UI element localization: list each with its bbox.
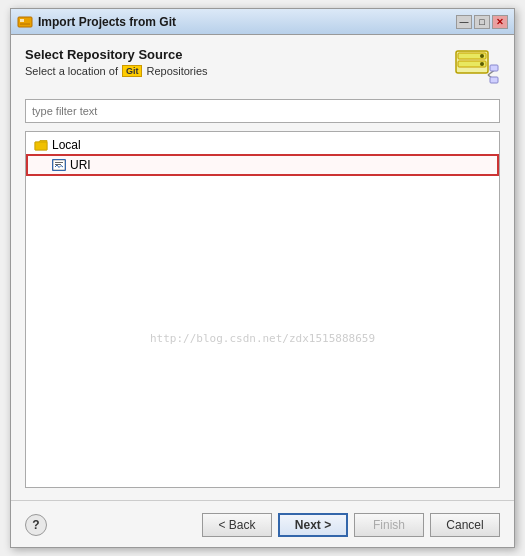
subtitle-prefix: Select a location of [25, 65, 118, 77]
git-title-icon [17, 14, 33, 30]
footer-divider [11, 500, 514, 501]
title-bar: Import Projects from Git — □ ✕ [11, 9, 514, 35]
svg-rect-10 [490, 77, 498, 83]
header-section: Select Repository Source Select a locati… [25, 47, 500, 87]
footer-left: ? [25, 514, 196, 536]
subtitle-suffix: Repositories [146, 65, 207, 77]
folder-icon [34, 139, 48, 151]
finish-button[interactable]: Finish [354, 513, 424, 537]
svg-rect-12 [35, 142, 47, 150]
local-label: Local [52, 138, 81, 152]
footer: ? < Back Next > Finish Cancel [11, 507, 514, 547]
uri-icon [52, 159, 66, 171]
header-icon-area [452, 47, 500, 87]
tree-container: Local URI [25, 131, 500, 488]
repository-icon [452, 47, 500, 89]
svg-rect-1 [20, 19, 24, 22]
title-buttons: — □ ✕ [456, 15, 508, 29]
help-button[interactable]: ? [25, 514, 47, 536]
header-subtitle: Select a location of Git Repositories [25, 65, 452, 77]
filter-input[interactable] [25, 99, 500, 123]
svg-point-6 [480, 54, 484, 58]
maximize-button[interactable]: □ [474, 15, 490, 29]
dialog-content: Select Repository Source Select a locati… [11, 35, 514, 500]
tree-item-local[interactable]: Local [26, 136, 499, 154]
window-title: Import Projects from Git [38, 15, 176, 29]
tree-wrapper: Local URI http://blog.csdn.net/zdx151588… [25, 131, 500, 488]
tree-item-uri[interactable]: URI [26, 154, 499, 176]
svg-point-7 [480, 62, 484, 66]
header-title: Select Repository Source [25, 47, 452, 62]
back-button[interactable]: < Back [202, 513, 272, 537]
header-text: Select Repository Source Select a locati… [25, 47, 452, 77]
cancel-button[interactable]: Cancel [430, 513, 500, 537]
main-window: Import Projects from Git — □ ✕ Select Re… [10, 8, 515, 548]
next-button[interactable]: Next > [278, 513, 348, 537]
minimize-button[interactable]: — [456, 15, 472, 29]
close-button[interactable]: ✕ [492, 15, 508, 29]
git-badge: Git [122, 65, 143, 77]
uri-label: URI [70, 158, 91, 172]
title-bar-left: Import Projects from Git [17, 14, 176, 30]
svg-rect-11 [490, 65, 498, 71]
